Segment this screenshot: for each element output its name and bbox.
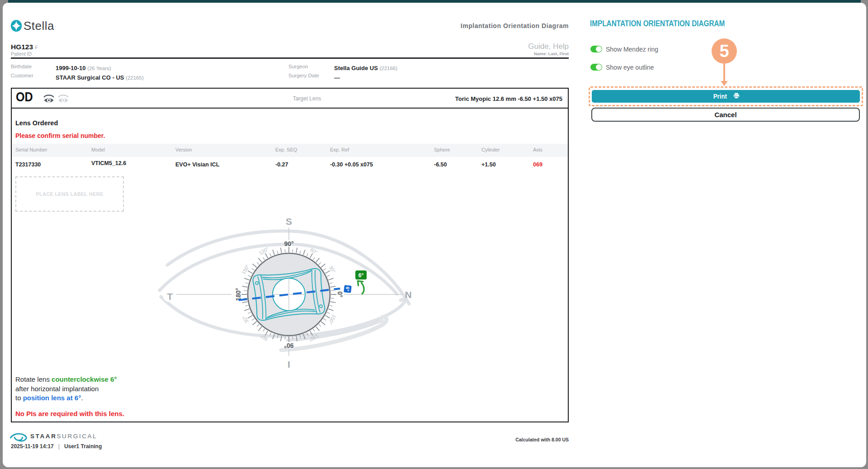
svg-text:90°: 90° [284,342,293,349]
svg-text:S: S [286,216,292,227]
svg-text:6°: 6° [345,286,351,291]
svg-text:150°: 150° [327,314,337,326]
svg-text:T: T [167,291,173,302]
svg-text:150°: 150° [241,264,250,275]
svg-text:I: I [288,359,290,370]
svg-text:N: N [405,289,411,300]
svg-text:90°: 90° [284,240,293,247]
svg-text:30°: 30° [241,315,250,324]
svg-text:30°: 30° [328,265,337,274]
svg-text:6°: 6° [359,272,364,279]
svg-text:0°: 0° [336,291,344,297]
